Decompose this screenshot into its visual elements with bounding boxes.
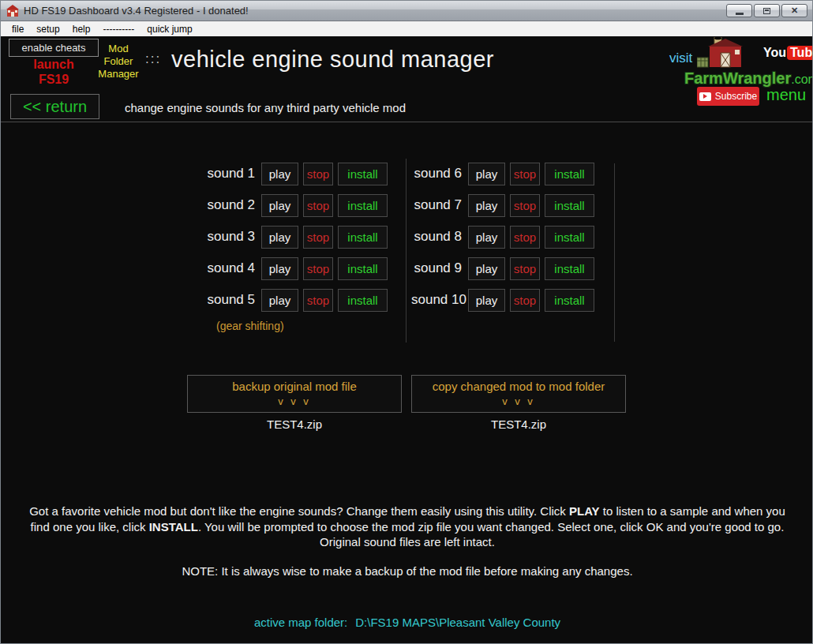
mod-folder-manager-button[interactable]: Mod Folder Manager — [94, 43, 143, 80]
sound-label: sound 1 — [187, 166, 261, 182]
copy-arrows: v v v — [502, 394, 535, 409]
content-area: enable cheats launch FS19 Mod Folder Man… — [1, 36, 812, 644]
backup-label: backup original mod file — [232, 379, 357, 394]
sound-row-7: sound 7 play stop install — [411, 193, 594, 217]
maximize-button[interactable] — [754, 4, 780, 17]
para-bold-play: PLAY — [569, 504, 600, 518]
stop-button-6[interactable]: stop — [510, 163, 540, 185]
launch-line2: FS19 — [12, 72, 96, 87]
play-button-3[interactable]: play — [261, 226, 298, 249]
play-button-6[interactable]: play — [468, 163, 505, 185]
modfolder-line2: Folder — [94, 55, 143, 68]
install-button-6[interactable]: install — [545, 163, 594, 185]
launch-fs19-button[interactable]: launch FS19 — [12, 57, 96, 87]
sound-label: sound 2 — [187, 197, 261, 213]
copy-label: copy changed mod to mod folder — [433, 379, 605, 394]
play-button-7[interactable]: play — [468, 194, 505, 217]
subscribe-button[interactable]: Subscribe — [697, 87, 759, 106]
play-button-10[interactable]: play — [468, 289, 505, 312]
play-button-5[interactable]: play — [261, 289, 298, 312]
close-icon: ✕ — [791, 6, 798, 15]
stop-button-3[interactable]: stop — [303, 226, 333, 249]
play-button-1[interactable]: play — [261, 163, 298, 185]
sound-row-6: sound 6 play stop install — [411, 162, 594, 185]
sounds-column-right: sound 6 play stop install sound 7 play s… — [411, 162, 594, 320]
dots-icon: ::: — [145, 51, 161, 67]
sound-label: sound 8 — [411, 229, 468, 245]
visit-link[interactable]: visit — [669, 51, 692, 66]
sound-row-3: sound 3 play stop install — [187, 225, 388, 249]
copy-changed-mod-button[interactable]: copy changed mod to mod folder v v v — [411, 375, 626, 413]
menu-quick-jump[interactable]: quick jump — [144, 24, 201, 35]
stop-button-2[interactable]: stop — [303, 194, 333, 217]
backup-target-file: TEST4.zip — [187, 417, 402, 431]
column-divider-left — [406, 159, 406, 343]
sound-label: sound 4 — [187, 260, 261, 276]
sound-row-8: sound 8 play stop install — [411, 225, 594, 249]
enable-cheats-button[interactable]: enable cheats — [9, 39, 99, 57]
sound-label: sound 6 — [411, 166, 468, 182]
install-button-7[interactable]: install — [545, 194, 594, 217]
youtube-you: You — [763, 46, 786, 60]
modfolder-line3: Manager — [94, 68, 143, 80]
modfolder-line1: Mod — [94, 43, 143, 55]
install-button-1[interactable]: install — [338, 163, 388, 185]
sound-label: sound 9 — [411, 260, 468, 276]
active-map-folder: active map folder:D:\FS19 MAPS\Pleasant … — [1, 616, 813, 629]
stop-button-8[interactable]: stop — [510, 226, 540, 249]
install-button-10[interactable]: install — [545, 289, 594, 312]
minimize-icon — [736, 13, 744, 15]
window-title: HD FS19 Dashboard v3.4 Registered - I do… — [24, 5, 726, 17]
sound-label: sound 7 — [411, 197, 468, 213]
menu-setup[interactable]: setup — [33, 24, 69, 35]
stop-button-9[interactable]: stop — [510, 257, 540, 280]
titlebar[interactable]: HD FS19 Dashboard v3.4 Registered - I do… — [1, 1, 812, 21]
install-button-8[interactable]: install — [545, 226, 594, 249]
install-button-2[interactable]: install — [338, 194, 388, 217]
note-text: NOTE: It is always wise to make a backup… — [1, 564, 813, 578]
menu-separator: ---------- — [99, 24, 144, 35]
return-button[interactable]: << return — [10, 94, 99, 119]
farmwrangler-wordmark[interactable]: FarmWrangler.com — [684, 69, 813, 88]
sounds-column-left: sound 1 play stop install sound 2 play s… — [187, 162, 388, 332]
install-button-3[interactable]: install — [338, 226, 388, 249]
play-triangle-icon — [699, 92, 711, 101]
stop-button-5[interactable]: stop — [303, 289, 333, 312]
menubar: file setup help ---------- quick jump — [1, 21, 812, 36]
close-button[interactable]: ✕ — [781, 4, 807, 17]
install-button-5[interactable]: install — [338, 289, 388, 312]
menu-help[interactable]: help — [69, 24, 100, 35]
youtube-logo[interactable]: You Tube — [763, 46, 813, 60]
barn-icon — [6, 5, 20, 17]
stop-button-7[interactable]: stop — [510, 194, 540, 217]
backup-original-button[interactable]: backup original mod file v v v — [187, 375, 402, 413]
sound-row-9: sound 9 play stop install — [411, 256, 594, 280]
play-button-2[interactable]: play — [261, 194, 298, 217]
sound-label: sound 3 — [187, 229, 261, 245]
play-button-8[interactable]: play — [468, 226, 505, 249]
para-seg3: . You will be prompted to choose the mod… — [198, 520, 785, 549]
install-button-9[interactable]: install — [545, 257, 594, 280]
play-button-4[interactable]: play — [261, 257, 298, 280]
farmwrangler-barn-logo[interactable] — [697, 37, 754, 72]
para-bold-install: INSTALL — [149, 520, 198, 534]
stop-button-10[interactable]: stop — [510, 289, 540, 312]
install-button-4[interactable]: install — [338, 257, 388, 280]
launch-line1: launch — [12, 57, 96, 72]
copy-target-file: TEST4.zip — [411, 417, 626, 431]
sound-row-5: sound 5 play stop install — [187, 288, 388, 312]
page-title: vehicle engine sound manager — [171, 47, 494, 73]
stop-button-1[interactable]: stop — [303, 163, 333, 185]
header-divider — [1, 122, 813, 122]
sound-row-1: sound 1 play stop install — [187, 162, 388, 185]
stop-button-4[interactable]: stop — [303, 257, 333, 280]
maximize-icon — [763, 8, 770, 14]
play-button-9[interactable]: play — [468, 257, 505, 280]
menu-file[interactable]: file — [9, 24, 33, 35]
brand-name: FarmWrangler — [684, 69, 791, 87]
minimize-button[interactable] — [726, 4, 752, 17]
gear-shifting-note: (gear shifting) — [216, 320, 388, 332]
backup-arrows: v v v — [278, 394, 311, 409]
menu-link[interactable]: menu — [766, 86, 806, 104]
sound-row-4: sound 4 play stop install — [187, 256, 388, 280]
